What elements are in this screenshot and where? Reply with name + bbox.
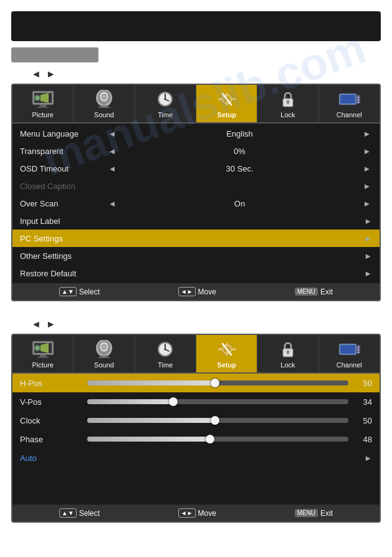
tab-sound-2[interactable]: Sound	[74, 335, 135, 372]
svg-point-70	[358, 352, 360, 354]
slider-h-pos[interactable]: H-Pos 50	[12, 374, 380, 392]
row-other-settings[interactable]: Other Settings ►	[12, 247, 380, 264]
tab-picture-label-2: Picture	[32, 361, 54, 369]
slider-phase-label: Phase	[20, 435, 82, 444]
tab-setup-2[interactable]: Setup	[196, 335, 257, 372]
svg-rect-66	[340, 345, 355, 354]
pc-settings-panel: Picture Sound	[11, 334, 381, 523]
row-pc-settings-label: PC Settings	[20, 234, 107, 243]
slider-clock-fill	[87, 418, 215, 423]
row-input-label[interactable]: Input Label ►	[12, 212, 380, 230]
status-exit-label-2: Exit	[320, 509, 333, 518]
setup-icon-1	[213, 89, 241, 110]
row-menu-language-left: ◄	[107, 129, 117, 138]
svg-rect-23	[218, 98, 222, 100]
row-restore-default-right: ►	[364, 269, 372, 278]
tab-time-2[interactable]: Time	[135, 335, 196, 372]
row-pc-settings[interactable]: PC Settings ►	[12, 230, 380, 247]
svg-point-69	[358, 349, 360, 351]
slider-h-pos-track[interactable]	[87, 380, 348, 385]
row-menu-language-label: Menu Language	[20, 129, 107, 138]
channel-icon-1	[335, 89, 363, 110]
svg-point-11	[103, 95, 105, 98]
status-select-1: ▲▼ Select	[59, 287, 100, 296]
tab-time-label-1: Time	[158, 111, 173, 119]
select-key-icon-1: ▲▼	[59, 287, 77, 296]
status-select-label-1: Select	[79, 288, 100, 296]
slider-phase-thumb[interactable]	[206, 435, 214, 443]
slider-clock-thumb[interactable]	[211, 416, 219, 425]
slider-clock[interactable]: Clock 50	[12, 411, 380, 430]
slider-v-pos[interactable]: V-Pos 34	[12, 392, 380, 411]
status-select-label-2: Select	[79, 509, 100, 518]
row-input-label-label: Input Label	[20, 216, 107, 226]
section-gap	[0, 301, 392, 314]
status-bar-2: ▲▼ Select ◄► Move MENU Exit	[12, 505, 380, 521]
status-exit-label-1: Exit	[320, 288, 333, 296]
tab-channel-2[interactable]: Channel	[319, 335, 380, 372]
svg-rect-3	[37, 107, 49, 108]
tab-channel-1[interactable]: Channel	[319, 85, 380, 122]
row-over-scan[interactable]: Over Scan ◄ On ►	[12, 195, 380, 212]
slider-phase[interactable]: Phase 48	[12, 430, 380, 448]
tab-lock-1[interactable]: Lock	[257, 85, 318, 122]
row-closed-caption-right: ►	[362, 182, 372, 191]
tab-setup-label-2: Setup	[217, 361, 236, 369]
time-icon-2	[151, 339, 179, 360]
tab-lock-2[interactable]: Lock	[257, 335, 318, 372]
tab-picture[interactable]: Picture	[12, 85, 74, 122]
menu-key-icon-2: MENU	[295, 509, 318, 517]
lock-icon-2	[274, 339, 302, 360]
slider-v-pos-fill	[87, 399, 173, 404]
setup-icon-2	[213, 339, 241, 360]
row-transparent[interactable]: Transparent ◄ 0% ►	[12, 142, 380, 160]
slider-h-pos-value: 50	[353, 379, 372, 388]
status-exit-2: MENU Exit	[295, 509, 333, 518]
tab-sound-1[interactable]: Sound	[74, 85, 135, 122]
status-move-1: ◄► Move	[178, 287, 216, 296]
menu-rows-1: Menu Language ◄ English ► Transparent ◄ …	[12, 124, 380, 283]
row-over-scan-label: Over Scan	[20, 199, 107, 208]
select-key-icon-2: ▲▼	[59, 508, 77, 518]
row-menu-language[interactable]: Menu Language ◄ English ►	[12, 125, 380, 142]
slider-phase-fill	[87, 437, 210, 442]
row-restore-default[interactable]: Restore Default ►	[12, 264, 380, 282]
svg-point-34	[358, 99, 360, 101]
sound-icon-2	[90, 339, 118, 360]
tab-setup-1[interactable]: Setup	[196, 85, 257, 122]
row-transparent-label: Transparent	[20, 147, 107, 156]
tab-picture-2[interactable]: Picture	[12, 335, 74, 372]
panel2-left-arrow: ◄	[31, 319, 41, 330]
tab-time-1[interactable]: Time	[135, 85, 196, 122]
tab-channel-label-2: Channel	[337, 361, 362, 369]
panel2-nav: ◄ ►	[31, 319, 381, 330]
row-transparent-right: ►	[362, 147, 372, 156]
row-osd-timeout[interactable]: OSD Timeout ◄ 30 Sec. ►	[12, 160, 380, 177]
status-move-2: ◄► Move	[178, 508, 216, 518]
slider-clock-track[interactable]	[87, 418, 348, 423]
svg-point-35	[358, 102, 360, 104]
slider-auto-arrow: ►	[364, 453, 372, 463]
menu-key-icon-1: MENU	[295, 288, 318, 296]
slider-phase-track[interactable]	[87, 437, 348, 442]
setup-menu-panel: Picture Sound	[11, 84, 381, 301]
svg-point-5	[36, 96, 39, 100]
row-input-label-right: ►	[364, 216, 372, 226]
slider-clock-value: 50	[353, 416, 372, 425]
channel-icon-2	[335, 339, 363, 360]
row-osd-timeout-label: OSD Timeout	[20, 164, 107, 173]
row-osd-timeout-value: 30 Sec.	[117, 164, 362, 173]
row-menu-language-value: English	[117, 129, 362, 138]
row-pc-settings-right: ►	[364, 234, 372, 243]
slider-v-pos-thumb[interactable]	[169, 397, 178, 406]
slider-h-pos-thumb[interactable]	[211, 379, 219, 387]
slider-v-pos-track[interactable]	[87, 399, 348, 404]
slider-auto[interactable]: Auto ►	[12, 448, 380, 467]
top-bar	[11, 11, 381, 41]
panel2-empty-space	[12, 467, 380, 505]
row-over-scan-right: ►	[362, 199, 372, 208]
slider-h-pos-label: H-Pos	[20, 379, 82, 388]
slider-auto-label: Auto	[20, 453, 364, 463]
status-move-label-1: Move	[198, 288, 216, 296]
svg-rect-57	[226, 343, 228, 347]
